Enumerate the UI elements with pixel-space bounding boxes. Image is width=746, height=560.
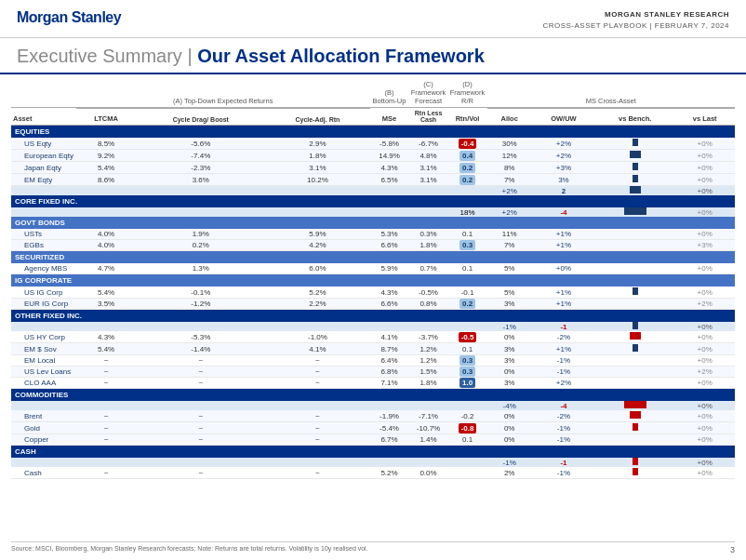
core-summary-top: 18%+2%-4+0% xyxy=(11,207,735,217)
table-row: Agency MBS4.7%1.3%6.0%5.9%0.7%0.15%+0%+0… xyxy=(11,263,735,274)
table-row: Cash~~~5.2%0.0%2%-1%+0% xyxy=(11,467,735,479)
table-row: EM Local~~~6.4%1.2%0.33%-1%+0% xyxy=(11,355,735,367)
header: Morgan Stanley MORGAN STANLEY RESEARCH C… xyxy=(0,0,746,38)
col-group-b-label: (B) Bottom-Up xyxy=(370,78,409,108)
table-row: US HY Corp4.3%-5.3%-1.0%4.1%-3.7%-0.50%-… xyxy=(11,331,735,343)
table-row: US Eqty8.5%-5.6%2.9%-5.8%-6.7%-0.430%+2%… xyxy=(11,138,735,150)
col-group-d-label: (D) Framework R/R xyxy=(448,78,487,108)
col-cycle-adj: Cycle-Adj. Rtn xyxy=(265,108,369,126)
col-cycle: Cycle Drag/ Boost xyxy=(136,108,265,126)
footer-source: Source: MSCI, Bloomberg, Morgan Stanley … xyxy=(11,545,368,554)
table-container: (A) Top-Down Expected Returns (B) Bottom… xyxy=(0,78,746,479)
page-title-section: Executive Summary | Our Asset Allocation… xyxy=(0,38,746,74)
col-group-a: (A) Top-Down Expected Returns xyxy=(76,78,370,108)
page-title: Executive Summary | Our Asset Allocation… xyxy=(17,46,729,67)
col-rtn-vol: Rtn/Vol xyxy=(448,108,487,126)
col-group-ms: MS Cross-Asset xyxy=(487,78,735,108)
table-body: EQUITIESUS Eqty8.5%-5.6%2.9%-5.8%-6.7%-0… xyxy=(11,126,735,479)
col-asset-header xyxy=(11,78,76,108)
section-header-row: COMMODITIES xyxy=(11,389,735,402)
playbook-label: CROSS-ASSET PLAYBOOK | FEBRUARY 7, 2024 xyxy=(542,20,729,32)
summary-row: +2%2+0% xyxy=(11,186,735,196)
table-row: EM Eqty8.6%3.6%10.2%6.5%3.1%0.27%3%+0% xyxy=(11,174,735,186)
section-header-row: EQUITIES xyxy=(11,126,735,139)
section-header-row: IG CORPORATE xyxy=(11,274,735,287)
col-vs-bench: vs Bench. xyxy=(595,108,674,126)
page-number: 3 xyxy=(730,545,735,554)
section-header-row: CORE FIXED INC. xyxy=(11,195,735,207)
table-row: EM $ Sov5.4%-1.4%4.1%8.7%1.2%0.13%+1%+0% xyxy=(11,343,735,355)
title-main: Our Asset Allocation Framework xyxy=(197,46,485,66)
header-right: MORGAN STANLEY RESEARCH CROSS-ASSET PLAY… xyxy=(542,9,729,32)
section-header-row: CASH xyxy=(11,446,735,459)
col-vs-last: vs Last xyxy=(674,108,735,126)
table-row: European Eqty9.2%-7.4%1.8%14.9%4.8%0.412… xyxy=(11,150,735,162)
table-row: Japan Eqty5.4%-2.3%3.1%4.3%3.1%0.28%+3%+… xyxy=(11,162,735,174)
table-row: Copper~~~6.7%1.4%0.10%-1%+0% xyxy=(11,434,735,446)
page: Morgan Stanley MORGAN STANLEY RESEARCH C… xyxy=(0,0,746,560)
sub-header-row: Asset LTCMA Cycle Drag/ Boost Cycle-Adj.… xyxy=(11,108,735,126)
table-row: EGBs4.0%0.2%4.2%6.6%1.8%0.37%+1%+3% xyxy=(11,240,735,251)
summary-row: -1%-1+0% xyxy=(11,458,735,467)
main-table: (A) Top-Down Expected Returns (B) Bottom… xyxy=(11,78,735,479)
research-label: MORGAN STANLEY RESEARCH xyxy=(542,9,729,20)
table-row: US Lev Loans~~~6.8%1.5%0.30%-1%+2% xyxy=(11,367,735,378)
summary-row: -4%-4+0% xyxy=(11,401,735,410)
footer: Source: MSCI, Bloomberg, Morgan Stanley … xyxy=(11,541,735,554)
summary-row: -1%-1+0% xyxy=(11,322,735,331)
table-row: US IG Corp5.4%-0.1%5.2%4.3%-0.5%-0.15%+1… xyxy=(11,287,735,299)
table-row: CLO AAA~~~7.1%1.8%1.03%+2%+0% xyxy=(11,378,735,389)
col-ltcma: LTCMA xyxy=(76,108,136,126)
section-header-row: GOVT BONDS xyxy=(11,217,735,229)
table-row: Brent~~~-1.9%-7.1%-0.20%-2%+0% xyxy=(11,410,735,422)
section-header-row: SECURITIZED xyxy=(11,251,735,264)
col-mse: MSe xyxy=(370,108,409,126)
table-row: Gold~~~-5.4%-10.7%-0.80%-1%+0% xyxy=(11,422,735,434)
table-row: USTs4.0%1.9%5.9%5.3%0.3%0.111%+1%+0% xyxy=(11,229,735,240)
col-group-header-row: (A) Top-Down Expected Returns (B) Bottom… xyxy=(11,78,735,108)
col-rtn-less: Rtn Less Cash xyxy=(409,108,448,126)
section-header-row: OTHER FIXED INC. xyxy=(11,310,735,323)
col-asset-sub: Asset xyxy=(11,108,76,126)
title-prefix: Executive Summary | xyxy=(17,46,193,66)
table-row: EUR IG Corp3.5%-1.2%2.2%6.6%0.8%0.23%+1%… xyxy=(11,299,735,310)
col-group-c-label: (C) Framework Forecast xyxy=(409,78,448,108)
col-owuw: OW/UW xyxy=(532,108,595,126)
col-alloc: Alloc xyxy=(487,108,532,126)
logo: Morgan Stanley xyxy=(17,9,121,26)
